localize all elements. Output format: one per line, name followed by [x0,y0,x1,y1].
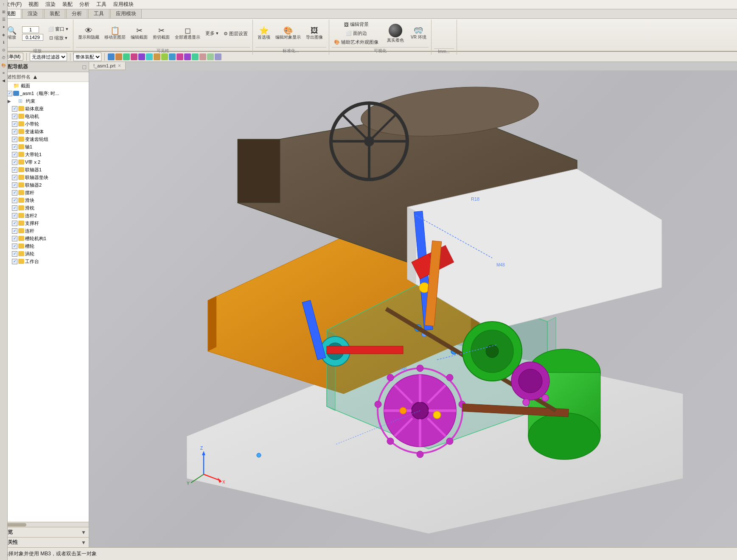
filter-select[interactable]: 无选择过滤器零件组件特征 [30,53,67,61]
tab-assembly[interactable]: 装配 [44,9,65,18]
tree-item-small-pulley[interactable]: ✓小带轮 [0,120,89,128]
subbar-icon-6[interactable] [146,53,153,60]
show-hide-button[interactable]: 👁 显示和隐藏 [76,25,101,42]
menu-tools[interactable]: 工具 [93,0,110,9]
tool-btn-1[interactable]: ↑ [0,1,7,8]
subbar-icon-4[interactable] [131,53,137,60]
tree-item-coupler2[interactable]: ✓联轴器2 [0,181,89,189]
tree-item-constraints[interactable]: ▶⊞约束 [0,97,89,105]
first-select-button[interactable]: ⭐ 首选项 [255,25,272,42]
tree-checkbox[interactable]: ✓ [12,190,17,196]
tree-checkbox[interactable]: ✓ [12,160,17,165]
tab-app-module[interactable]: 应用模块 [110,9,142,18]
tree-item-box-base[interactable]: ✓箱体底座 [0,105,89,112]
menu-view[interactable]: 视图 [25,0,42,9]
zoom-fit-btn[interactable]: ⊡ 缩放▾ [46,34,70,42]
tool-btn-10[interactable]: ≡ [0,70,7,76]
zoom-number-input[interactable] [22,26,39,33]
tree-item-section[interactable]: 📁截面 [0,82,89,90]
tab-render[interactable]: 渲染 [22,9,43,18]
subbar-icon-3[interactable] [123,53,130,60]
vr-button[interactable]: 🥽 VR 环境 [409,25,429,42]
tree-item-link[interactable]: ✓连杆 [0,227,89,235]
tree-container[interactable]: 📁截面▼✓_asm1（顺序: 时...▶⊞约束 ✓箱体底座 ✓电动机 ✓小带轮 … [0,82,89,522]
tree-item-slider[interactable]: ✓滑块 [0,196,89,204]
tool-btn-5[interactable]: ◈ [0,31,7,38]
tree-item-gear-set[interactable]: ✓变速齿轮组 [0,135,89,143]
panel-close-btn[interactable]: □ [83,64,86,70]
face-edge-button[interactable]: ⬜ 面的边 [332,29,381,37]
tool-btn-2[interactable]: ⊞ [0,8,7,15]
tree-checkbox[interactable]: ✓ [12,144,17,150]
tree-item-geneva[interactable]: ✓槽轮 [0,242,89,250]
tree-item-gearbox[interactable]: ✓变速箱体 [0,128,89,135]
tree-checkbox[interactable]: ✓ [12,129,17,134]
export-img-button[interactable]: 🖼 导出图像 [304,25,325,42]
subbar-icon-12[interactable] [192,53,199,60]
tree-checkbox[interactable]: ✓ [12,251,17,257]
tree-checkbox[interactable]: ✓ [12,198,17,203]
subbar-icon-5[interactable] [138,53,145,60]
tree-checkbox[interactable]: ✓ [12,114,17,119]
more-button[interactable]: 更多 ▾ [203,29,221,37]
tree-checkbox[interactable]: ✓ [12,121,17,127]
edit-section-button[interactable]: ✂ 编辑截面 [129,25,150,42]
menu-assembly[interactable]: 装配 [59,0,76,9]
edit-display-button[interactable]: 🎨 编辑对象显示 [273,25,303,42]
tab-tools[interactable]: 工具 [88,9,109,18]
subbar-icon-1[interactable] [108,53,115,60]
tree-item-v-belt[interactable]: ✓V带 x 2 [0,158,89,166]
subbar-icon-8[interactable] [161,53,168,60]
tree-item-slot-mech[interactable]: ✓槽轮机构1 [0,235,89,242]
true-shade-button[interactable]: 真实着色 [385,22,406,45]
tool-btn-3[interactable]: ☰ [0,16,7,23]
subbar-icon-15[interactable] [215,53,221,60]
tool-btn-9[interactable]: 🎨 [0,62,7,69]
menu-app-module[interactable]: 应用模块 [110,0,137,9]
move-layer-button[interactable]: 📋 移动至图层 [102,25,128,42]
panel-scrollbar[interactable] [0,522,89,527]
tree-checkbox[interactable]: ✓ [12,167,17,173]
menu-render[interactable]: 渲染 [42,0,59,9]
menu-analysis[interactable]: 分析 [76,0,93,9]
subbar-icon-14[interactable] [207,53,214,60]
subbar-icon-7[interactable] [154,53,160,60]
clip-section-button[interactable]: ✂ 剪切截面 [151,25,172,42]
tree-item-large-pulley1[interactable]: ✓大带轮1 [0,151,89,158]
tool-btn-4[interactable]: ✦ [0,24,7,31]
relevance-section-header[interactable]: 相关性 ▼ [0,538,89,547]
tree-item-worm[interactable]: ✓涡轮 [0,250,89,258]
tree-item-rocker[interactable]: ✓摆杆 [0,189,89,196]
subbar-icon-2[interactable] [115,53,122,60]
tree-item-motor[interactable]: ✓电动机 [0,112,89,120]
tree-checkbox[interactable]: ✓ [12,175,17,180]
subbar-icon-13[interactable] [199,53,206,60]
show-all-button[interactable]: ◻ 全部通透显示 [173,25,202,42]
window-btn[interactable]: ⬜ 窗口▾ [46,25,70,33]
tree-checkbox[interactable]: ✓ [12,152,17,157]
tab-analysis[interactable]: 分析 [66,9,87,18]
subbar-icon-11[interactable] [184,53,191,60]
tree-item-slide-pillow[interactable]: ✓滑枕 [0,204,89,212]
tree-checkbox[interactable]: ✓ [12,106,17,112]
tree-item-asm1[interactable]: ▼✓_asm1（顺序: 时... [0,90,89,97]
tree-checkbox[interactable]: ✓ [12,259,17,264]
subbar-icon-9[interactable] [169,53,176,60]
tree-checkbox[interactable]: ✓ [12,182,17,188]
art-view-btn-el[interactable]: 🎨 辅助艺术外观图像 [332,38,381,46]
tree-checkbox[interactable]: ✓ [12,236,17,241]
subbar-icon-10[interactable] [177,53,183,60]
tool-btn-6[interactable]: ℹ [0,39,7,46]
tool-btn-11[interactable]: ◀ [0,77,7,84]
preview-section-header[interactable]: 预览 ▼ [0,527,89,537]
tree-item-table[interactable]: ✓工作台 [0,258,89,265]
assembly-select[interactable]: 整体装配子装配1子装配2 [73,53,101,61]
tree-checkbox[interactable]: ✓ [12,205,17,211]
tree-item-coupler1[interactable]: ✓联轴器1 [0,166,89,174]
tree-checkbox[interactable]: ✓ [12,244,17,249]
tree-item-shaft1[interactable]: ✓轴1 [0,143,89,151]
tree-item-coupler-pad[interactable]: ✓联轴器垫块 [0,174,89,181]
viewport-tab-close[interactable]: × [118,63,121,69]
tree-checkbox[interactable]: ✓ [12,228,17,234]
tool-btn-8[interactable]: ⏱ [0,54,7,61]
